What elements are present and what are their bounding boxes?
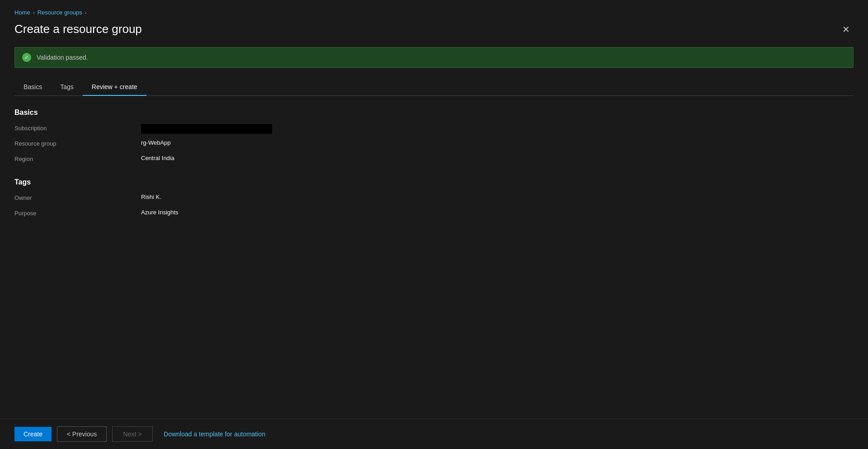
breadcrumb: Home › Resource groups ›: [14, 9, 854, 16]
region-row: Region Central India: [14, 155, 854, 165]
subscription-label: Subscription: [14, 124, 141, 132]
region-value: Central India: [141, 155, 175, 161]
content-area: Basics Subscription Resource group rg-We…: [14, 109, 854, 449]
subscription-value-redacted: [141, 124, 272, 134]
basics-section-title: Basics: [14, 109, 854, 117]
title-row: Create a resource group ✕: [14, 22, 854, 36]
breadcrumb-home[interactable]: Home: [14, 9, 30, 16]
purpose-row: Purpose Azure Insights: [14, 209, 854, 220]
tags-section-title: Tags: [14, 178, 854, 186]
bottom-bar: Create < Previous Next > Download a temp…: [0, 419, 868, 449]
tabs-container: Basics Tags Review + create: [14, 79, 854, 96]
purpose-label: Purpose: [14, 209, 141, 217]
subscription-row: Subscription: [14, 124, 854, 135]
breadcrumb-sep-1: ›: [33, 9, 35, 16]
download-template-link[interactable]: Download a template for automation: [164, 430, 265, 438]
tags-section: Tags Owner Rishi K. Purpose Azure Insigh…: [14, 178, 854, 220]
breadcrumb-resource-groups[interactable]: Resource groups: [38, 9, 82, 16]
tab-basics[interactable]: Basics: [14, 79, 51, 96]
resource-group-row: Resource group rg-WebApp: [14, 139, 854, 150]
previous-button[interactable]: < Previous: [57, 426, 107, 442]
owner-label: Owner: [14, 194, 141, 201]
owner-row: Owner Rishi K.: [14, 194, 854, 204]
tab-review-create[interactable]: Review + create: [83, 79, 146, 96]
purpose-value: Azure Insights: [141, 209, 178, 216]
resource-group-value: rg-WebApp: [141, 139, 171, 146]
validation-icon: ✓: [22, 53, 31, 62]
validation-text: Validation passed.: [37, 54, 88, 61]
create-button[interactable]: Create: [14, 427, 52, 441]
validation-banner: ✓ Validation passed.: [14, 47, 854, 68]
next-button: Next >: [112, 426, 153, 442]
close-button[interactable]: ✕: [839, 23, 854, 36]
page-title: Create a resource group: [14, 22, 142, 36]
owner-value: Rishi K.: [141, 194, 161, 200]
tab-tags[interactable]: Tags: [51, 79, 83, 96]
basics-section: Basics Subscription Resource group rg-We…: [14, 109, 854, 165]
breadcrumb-sep-2: ›: [85, 9, 87, 16]
region-label: Region: [14, 155, 141, 162]
resource-group-label: Resource group: [14, 139, 141, 147]
